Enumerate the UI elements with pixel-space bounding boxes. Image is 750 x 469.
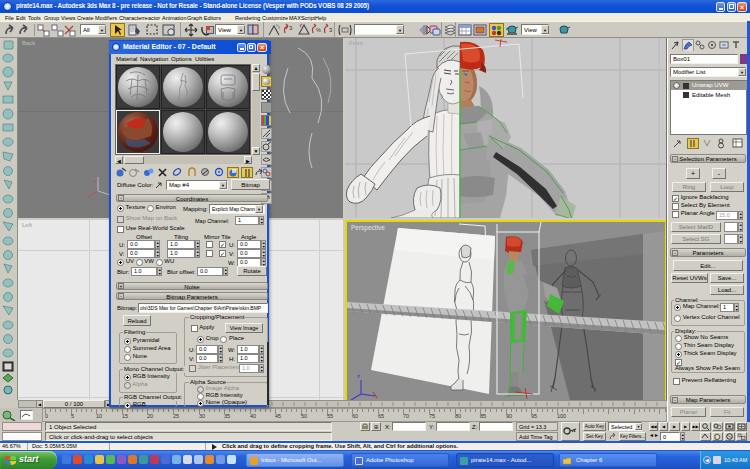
svg-text:Perspective: Perspective [351,224,385,232]
svg-text:z: z [357,373,360,379]
svg-text:%: % [316,27,321,33]
svg-text:x: x [94,178,97,184]
svg-text:Front: Front [349,40,363,46]
svg-text:3: 3 [289,25,293,31]
svg-text:3: 3 [329,27,333,33]
